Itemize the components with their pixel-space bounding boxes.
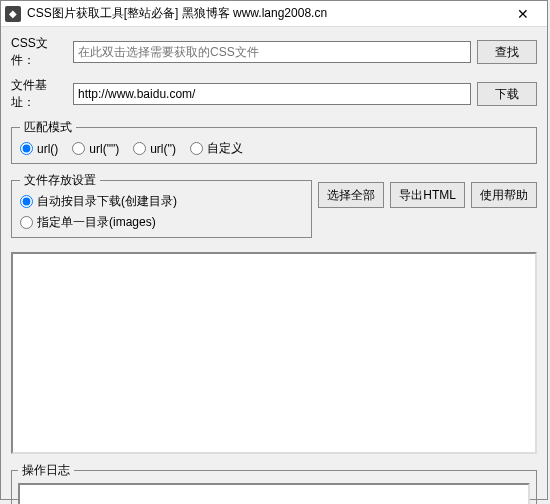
app-window: ◆ CSS图片获取工具[整站必备] 黑狼博客 www.lang2008.cn ✕…: [0, 0, 548, 500]
pattern-label-3: 自定义: [207, 140, 243, 157]
select-all-button[interactable]: 选择全部: [318, 182, 384, 208]
css-file-row: CSS文件： 查找: [11, 35, 537, 69]
close-icon: ✕: [517, 6, 529, 22]
log-textarea[interactable]: [18, 483, 530, 504]
titlebar: ◆ CSS图片获取工具[整站必备] 黑狼博客 www.lang2008.cn ✕: [1, 1, 547, 27]
pattern-option-3[interactable]: 自定义: [190, 140, 243, 157]
pattern-legend: 匹配模式: [20, 119, 76, 136]
export-html-button[interactable]: 导出HTML: [390, 182, 465, 208]
content-area: CSS文件： 查找 文件基址： 下载 匹配模式 url() url(""): [1, 27, 547, 504]
pattern-label-1: url(""): [89, 142, 119, 156]
close-button[interactable]: ✕: [503, 2, 543, 26]
pattern-radio-1[interactable]: [72, 142, 85, 155]
log-legend: 操作日志: [18, 462, 74, 479]
storage-option-1[interactable]: 指定单一目录(images): [20, 214, 156, 231]
base-url-input[interactable]: [73, 83, 471, 105]
storage-and-actions-row: 文件存放设置 自动按目录下载(创建目录) 指定单一目录(images) 选择全部…: [11, 172, 537, 246]
pattern-radio-row: url() url("") url('') 自定义: [20, 140, 528, 157]
storage-label-0: 自动按目录下载(创建目录): [37, 193, 177, 210]
storage-radio-row: 自动按目录下载(创建目录) 指定单一目录(images): [20, 193, 303, 231]
pattern-option-2[interactable]: url(''): [133, 142, 176, 156]
app-icon: ◆: [5, 6, 21, 22]
download-button[interactable]: 下载: [477, 82, 537, 106]
window-title: CSS图片获取工具[整站必备] 黑狼博客 www.lang2008.cn: [27, 5, 503, 22]
storage-label-1: 指定单一目录(images): [37, 214, 156, 231]
pattern-label-0: url(): [37, 142, 58, 156]
storage-radio-1[interactable]: [20, 216, 33, 229]
file-list-area[interactable]: [11, 252, 537, 454]
storage-fieldset: 文件存放设置 自动按目录下载(创建目录) 指定单一目录(images): [11, 172, 312, 238]
pattern-radio-0[interactable]: [20, 142, 33, 155]
base-url-row: 文件基址： 下载: [11, 77, 537, 111]
css-file-label: CSS文件：: [11, 35, 67, 69]
pattern-radio-3[interactable]: [190, 142, 203, 155]
log-fieldset: 操作日志: [11, 462, 537, 504]
storage-legend: 文件存放设置: [20, 172, 100, 189]
pattern-label-2: url(''): [150, 142, 176, 156]
pattern-radio-2[interactable]: [133, 142, 146, 155]
base-url-label: 文件基址：: [11, 77, 67, 111]
css-file-input[interactable]: [73, 41, 471, 63]
pattern-option-0[interactable]: url(): [20, 142, 58, 156]
storage-option-0[interactable]: 自动按目录下载(创建目录): [20, 193, 177, 210]
pattern-option-1[interactable]: url(""): [72, 142, 119, 156]
find-button[interactable]: 查找: [477, 40, 537, 64]
storage-radio-0[interactable]: [20, 195, 33, 208]
pattern-fieldset: 匹配模式 url() url("") url('') 自定义: [11, 119, 537, 164]
help-button[interactable]: 使用帮助: [471, 182, 537, 208]
